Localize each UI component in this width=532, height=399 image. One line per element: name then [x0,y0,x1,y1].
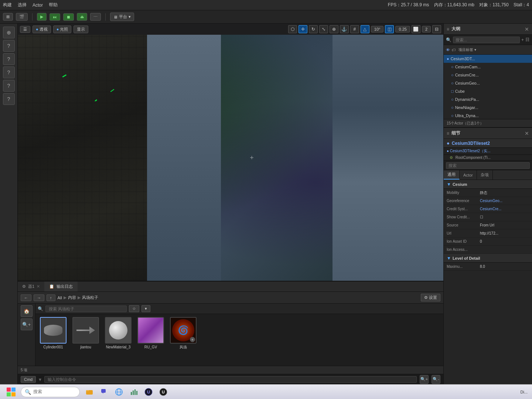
outline-item-newniagara[interactable]: ○ NewNiagar... [444,103,532,112]
taskbar-search-icon: 🔍 [25,389,31,395]
snap-btn[interactable]: ⚓ [340,25,349,33]
cesium-section-header[interactable]: ▼ Cesium [444,180,532,189]
cb-up-btn[interactable]: ↑ [47,294,55,301]
menu-item-actor[interactable]: Actor [33,3,43,8]
details-tab-general[interactable]: 通用 [444,170,460,180]
menu-item-help[interactable]: 帮助 [49,2,58,8]
outline-item-cesiumcam[interactable]: ○ CesiumCam... [444,63,532,71]
eye-btn[interactable]: 👁 [446,48,450,52]
tag-btn[interactable]: 🏷 [451,48,456,52]
cb-back-btn[interactable]: ← [21,294,31,301]
help-btn-5[interactable]: ? [3,93,15,105]
cb-all[interactable]: All [58,296,62,300]
scale-value[interactable]: 0.25 [395,26,410,33]
cb-bookmark-btn[interactable]: ☆ [129,305,139,312]
cmd-label[interactable]: Cmd [21,376,36,383]
start-button[interactable] [4,385,18,399]
details-close-btn[interactable]: ✕ [525,130,529,136]
details-tab-actor[interactable]: Actor [460,170,477,180]
lighting-btn[interactable]: ● 光照 [53,25,72,33]
asset-rugv[interactable]: RU_GV [136,317,166,349]
asset-newmaterial[interactable]: NewMaterial_3 [103,317,133,349]
lod-section-header[interactable]: ▼ Level of Detail [444,254,532,263]
display-btn[interactable]: 显示 [74,25,88,33]
angle-value[interactable]: 10° [371,26,384,33]
taskbar-icon-4[interactable] [127,385,140,399]
taskbar-icon-2[interactable] [98,385,111,399]
cesium-section-label: Cesium [453,182,467,187]
asset-cylinder001[interactable]: Cylinder001 [38,317,68,349]
cb-zoom-in-btn[interactable]: 🔍+ [21,318,33,330]
outline-close-btn[interactable]: ✕ [525,26,529,32]
angle-btn[interactable]: △ [361,25,369,33]
stop-button[interactable]: ⏹ [63,13,74,21]
cb-search-input[interactable] [45,306,127,312]
cb-folder[interactable]: 风场粒子 [82,295,98,300]
tab-output-log[interactable]: 📋 输出日志 [45,282,78,291]
world-btn[interactable]: ⊕ [330,25,338,33]
perspective-btn[interactable]: ● 透视 [33,25,51,33]
console-input[interactable] [44,376,417,383]
outline-item-cube[interactable]: □ Cube [444,87,532,95]
cmd-arrow: ▾ [39,376,41,382]
rotate-tool-btn[interactable]: ↻ [309,25,318,33]
filter-actor-btn[interactable]: 目 [525,37,530,43]
scale-view-btn[interactable]: ◫ [385,25,394,33]
outline-item-dynamicpa[interactable]: ○ DynamicPa... [444,95,532,103]
screen-btn[interactable]: ⬜ [412,25,420,33]
view-count-btn[interactable]: 2 [422,26,431,33]
taskbar-icon-ue1[interactable]: U [142,385,155,399]
cb-filter-btn[interactable]: ▾ [141,305,150,312]
grid-btn[interactable]: # [350,25,359,33]
add-actor-btn[interactable]: + [521,37,524,42]
viewport-menu-btn[interactable]: ☰ [20,26,30,33]
help-btn-3[interactable]: ? [3,66,15,78]
asset-jiantou[interactable]: jiantou [71,317,100,349]
chart-icon [130,388,137,396]
translate-tool-btn[interactable]: ✛ [299,25,307,33]
play-button[interactable]: ▶ [37,13,47,21]
console-zoom-btn[interactable]: 🔍+ [420,375,429,384]
outline-item-cesiumcre[interactable]: ○ CesiumCre... [444,71,532,79]
details-header: ≡ 细节 ✕ [444,128,532,139]
select-tool-btn[interactable]: ⬡ [288,25,297,33]
menu-item-select[interactable]: 选择 [18,2,27,8]
mode-select-btn[interactable]: ⊕ [3,27,15,38]
outline-item-cesiumgeo[interactable]: ○ CesiumGeo... [444,79,532,87]
eject-button[interactable]: ⏏ [77,13,87,21]
step-button[interactable]: ⏭ [50,13,60,21]
more-button[interactable]: ⋯ [90,13,101,21]
cb-settings-btn[interactable]: ⚙ 设置 [421,294,440,301]
asset-fengchang[interactable]: 🌀 + 风场 [168,317,198,349]
outline-item-cesium3dt[interactable]: ● Cesium3DT... [444,55,532,63]
tab-tool-1[interactable]: ⚙ 器1 ✕ [18,282,45,291]
viewport-layout-btn[interactable]: ⊞ [3,13,13,21]
menu-bar: 构建 选择 Actor 帮助 FPS：25.7 / 38.9 ms 内存：11,… [0,0,532,10]
taskbar-icon-ue2[interactable]: U [157,385,170,399]
menu-item-build[interactable]: 构建 [3,2,12,8]
outline-search-input[interactable] [453,37,520,43]
taskbar-search[interactable]: 🔍 搜索 [21,387,80,397]
taskbar-right: Di... [520,390,528,394]
cb-forward-btn[interactable]: → [34,294,44,301]
taskbar-icon-3[interactable] [112,385,126,399]
platform-button[interactable]: 🖥 平台 ▾ [110,13,134,21]
viewport-right-tools: ⬡ ✛ ↻ ⤡ ⊕ ⚓ # △ 10° ◫ 0.25 ⬜ 2 ⊟ [288,25,441,33]
cb-content[interactable]: 内容 [68,295,76,300]
help-btn-2[interactable]: ? [3,53,15,65]
tab-close-1[interactable]: ✕ [37,284,40,289]
viewport[interactable]: ☰ ● 透视 ● 光照 显示 ⬡ ✛ ↻ ⤡ ⊕ ⚓ [18,24,443,281]
maximize-btn[interactable]: ⊟ [432,25,441,33]
mode-btn[interactable]: 🎬 [16,13,28,21]
help-btn-1[interactable]: ? [3,40,15,52]
cb-home-btn[interactable]: 🏠 [21,305,33,317]
help-btn-4[interactable]: ? [3,80,15,92]
console-zoom-out-btn[interactable]: 🔍- [432,375,440,384]
outline-item-ultra1[interactable]: ○ Ultra_Dyna... [444,112,532,119]
details-search-input[interactable] [446,162,530,169]
scale-tool-btn[interactable]: ⤡ [319,25,328,33]
outline-title: 大纲 [451,26,460,32]
details-tab-misc[interactable]: 杂项 [477,170,493,180]
taskbar-icon-1[interactable] [83,385,96,399]
scene-background: + [18,35,443,281]
